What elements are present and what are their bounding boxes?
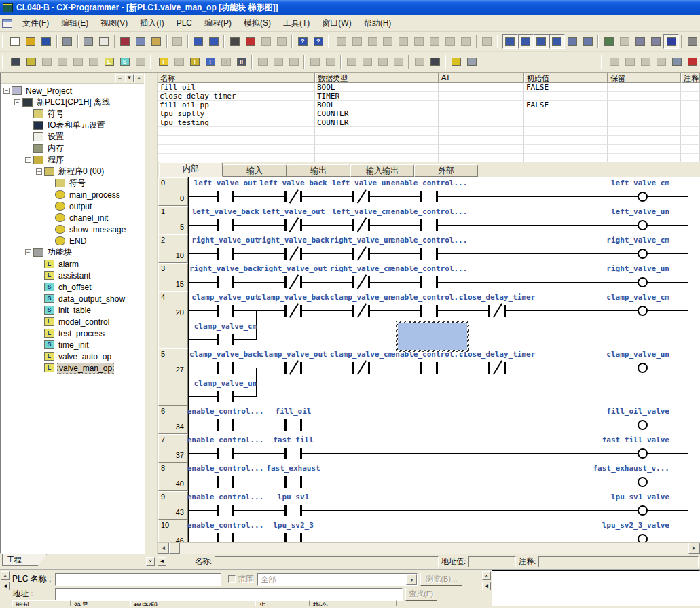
fb-tab-3[interactable]: 输出 [287,164,350,177]
new-file-button[interactable] [7,34,23,49]
set-password-button[interactable] [448,54,464,69]
scroll-left-icon[interactable]: ◄ [158,543,169,554]
result-column-2[interactable]: 符号 [71,600,130,606]
variable-cell[interactable]: lpu_testing [158,118,315,127]
release-password-button[interactable] [464,54,479,69]
new-fb-ladder-button[interactable]: L [101,54,117,69]
no-contact-enable_control...[interactable] [420,191,438,202]
tree-item-fb-test-process[interactable]: Ltest_process [1,327,144,339]
menu-item-1[interactable]: 文件(F) [16,16,55,30]
variable-cell[interactable] [608,101,681,109]
toggle-watch-window-button[interactable] [534,34,549,49]
find-button-bottom[interactable]: 查找(F) [405,588,437,601]
output-close-icon[interactable]: × [482,571,491,580]
column-header-3[interactable]: AT [439,73,524,83]
output-coil-left_valve_un[interactable] [638,220,648,230]
toggle-local-window-button[interactable] [565,34,581,49]
no-contact-left_valve_back[interactable] [217,219,234,231]
variable-cell[interactable] [315,136,439,145]
output-coil-right_valve_un[interactable] [638,277,648,287]
toolbar-grip[interactable] [2,55,5,69]
variable-cell[interactable] [524,109,608,118]
variable-cell[interactable]: lpu_suplly [158,109,315,118]
title-bar[interactable]: CL040-B - CX-Programmer - [新PLC1.valve_m… [0,0,700,15]
no-contact-enable_control...[interactable] [420,219,438,231]
rung-canvas[interactable]: left_valve_backleft_valve_outleft_valve_… [188,206,700,234]
fb-tab-2[interactable]: 输入 [223,164,287,177]
monitor-clock-button[interactable] [684,34,700,49]
variable-cell[interactable] [608,154,681,162]
nc-contact-left_valve_un[interactable] [352,191,370,202]
nc-contact-clamp_valve_back[interactable] [284,305,302,317]
rung-canvas[interactable]: enable_control...lpu_sv1lpu_sv1_valve [188,491,700,520]
browse-button[interactable]: 浏览(B)... [420,573,462,586]
output-coil-fast_exhaust_v...[interactable] [638,477,648,487]
no-contact-lpu_sv1[interactable] [284,505,302,516]
variable-cell[interactable] [439,109,524,118]
menu-item-3[interactable]: 视图(V) [94,16,134,30]
no-contact-fast_exhaust[interactable] [284,476,302,488]
no-contact-enable_control...[interactable] [217,419,234,431]
print-preview-button[interactable] [96,34,112,49]
no-contact-enable_control...[interactable] [420,248,438,260]
properties-button[interactable] [580,34,595,49]
rung-canvas[interactable]: enable_control...fill_oilfill_oil_valve [188,406,700,434]
variable-cell[interactable] [681,118,700,127]
tree-item-memory[interactable]: 内存 [1,143,144,154]
menu-item-10[interactable]: 帮助(H) [358,16,398,30]
variable-cell[interactable]: close_delay_timer [158,92,315,101]
tree-item-fb-data-output-show[interactable]: Sdata_output_show [1,293,144,304]
variable-cell[interactable] [608,145,681,154]
rung-number-cell[interactable]: 634 [158,406,188,434]
context-help-button[interactable]: ? [310,34,326,49]
menu-item-8[interactable]: 工具(T) [277,16,316,30]
tree-item-function-blocks[interactable]: −功能块 [1,247,144,258]
no-contact-enable_control...[interactable] [420,305,438,317]
column-header-2[interactable]: 数据类型 [315,73,439,83]
variable-cell[interactable] [158,127,315,136]
fb-tab-4[interactable]: 输入输出 [350,164,414,177]
ladder-horizontal-scrollbar[interactable]: ◄ ► [158,542,700,554]
tree-item-new-project[interactable]: −New_Project [1,85,144,96]
variable-cell[interactable]: FALSE [524,101,608,109]
variable-cell[interactable] [524,136,608,145]
grid-view-button[interactable] [663,34,679,49]
tree-pin-icon[interactable]: ▼ [125,74,134,82]
panel-splitter[interactable] [145,73,158,554]
scrollbar-track[interactable] [180,543,688,554]
variable-cell[interactable] [158,136,315,145]
open-file-button[interactable] [23,34,39,49]
toggle-address-ref-button[interactable] [549,34,565,49]
nc-contact-right_valve_back[interactable] [284,248,302,260]
output-coil-lpu_sv2_3_valve[interactable] [638,534,648,542]
no-contact-clamp_valve_out[interactable] [217,305,234,317]
variable-cell[interactable] [315,154,439,162]
menu-item-9[interactable]: 窗口(W) [316,16,357,30]
rung-number-cell[interactable]: 15 [158,206,188,234]
variable-cell[interactable] [524,118,608,127]
cross-reference-button[interactable] [601,34,616,49]
new-fb-st-button[interactable]: S [117,54,132,69]
variable-cell[interactable]: BOOL [315,101,439,109]
pause-button[interactable]: II [234,54,249,69]
tree-minimize-icon[interactable]: – [115,74,124,82]
nc-contact-clamp_valve_out[interactable] [284,362,302,374]
save-button[interactable] [39,34,54,49]
column-header-4[interactable]: 初始值 [524,73,608,83]
variable-cell[interactable] [315,145,439,154]
no-contact-right_valve_back[interactable] [217,276,234,288]
selection-box[interactable] [396,321,469,352]
rung-number-cell[interactable]: 840 [158,463,188,491]
menu-item-5[interactable]: PLC [170,16,198,30]
page-setup-button[interactable] [669,54,684,69]
scroll-right-icon[interactable]: ► [688,543,700,554]
menu-item-6[interactable]: 编程(P) [198,16,238,30]
address-value-field[interactable] [468,556,516,567]
output-collapse-icon[interactable]: ◄ [482,582,491,590]
find-panel-close-icon[interactable]: × [1,571,10,580]
rung-number-cell[interactable]: 737 [158,434,188,463]
variable-cell[interactable] [524,127,608,136]
tree-close-icon[interactable]: × [134,74,143,82]
compare-programs-button[interactable] [60,34,75,49]
no-contact-enable_control...[interactable] [217,448,234,459]
